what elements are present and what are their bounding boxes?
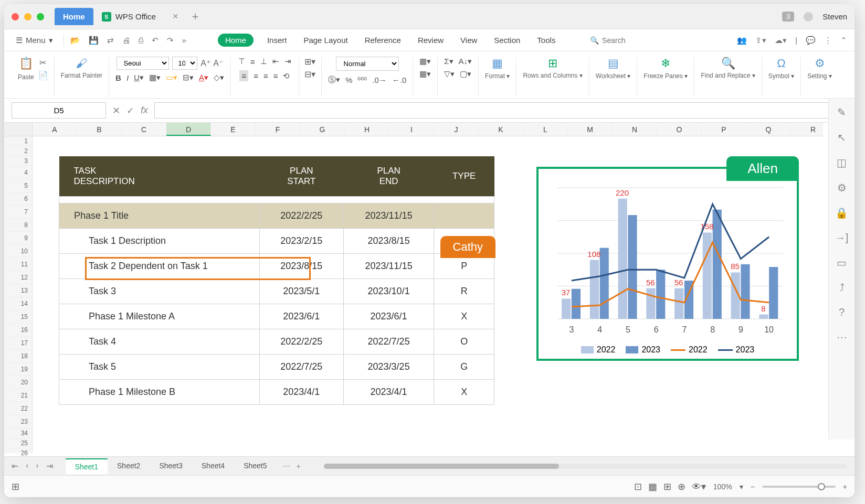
table-cell-start[interactable]: 2022/7/25	[259, 355, 343, 380]
table-cell-type[interactable]: R	[434, 279, 494, 304]
wrap-text-icon[interactable]: ⊟▾	[305, 69, 315, 79]
zoom-out-icon[interactable]: −	[751, 482, 755, 491]
currency-icon[interactable]: Ⓢ▾	[328, 75, 340, 85]
table-cell-end[interactable]: 2023/4/1	[343, 380, 434, 405]
sheet-tab-sheet2[interactable]: Sheet2	[108, 458, 150, 474]
column-header-K[interactable]: K	[479, 123, 523, 136]
table-cell-start[interactable]: 2023/2/15	[259, 229, 343, 254]
home-tab[interactable]: Home	[55, 8, 93, 25]
row-header-17[interactable]: 17	[4, 337, 32, 350]
search-box[interactable]: 🔍	[590, 36, 726, 45]
column-header-Q[interactable]: Q	[746, 123, 791, 136]
column-header-F[interactable]: F	[256, 123, 300, 136]
table-cell-desc[interactable]: Phase 1 Milestone B	[59, 380, 260, 405]
indent-decrease-icon[interactable]: ⇤	[272, 57, 279, 66]
more-icon[interactable]: »	[182, 36, 186, 45]
orientation-icon[interactable]: ⟲	[283, 71, 290, 81]
table-cell-type[interactable]	[434, 203, 494, 229]
column-header-A[interactable]: A	[33, 123, 77, 136]
search-input[interactable]	[602, 36, 726, 45]
table-cell-desc[interactable]: Task 2 Dependent on Task 1	[59, 254, 260, 279]
row-header-20[interactable]: 20	[4, 376, 32, 389]
next-sheet-icon[interactable]: ›	[36, 461, 38, 471]
row-header-18[interactable]: 18	[4, 350, 32, 363]
column-header-G[interactable]: G	[300, 123, 345, 136]
pointer-icon[interactable]: ↖	[837, 131, 846, 144]
horizontal-scrollbar[interactable]	[324, 464, 847, 469]
row-header-34[interactable]: 34	[4, 428, 32, 438]
table-cell-start[interactable]: 2022/2/25	[259, 329, 343, 355]
fill-color-icon[interactable]: ▭▾	[166, 73, 177, 82]
table-cell-type[interactable]: O	[434, 329, 494, 355]
table-row[interactable]: Task 32023/5/12023/10/1R	[59, 279, 494, 304]
symbol-icon[interactable]: Ω	[774, 57, 788, 70]
help-icon[interactable]: ?	[839, 306, 845, 318]
table-cell-start[interactable]: 2023/4/1	[259, 380, 343, 405]
export-icon[interactable]: ⇄	[107, 36, 114, 45]
cancel-formula-icon[interactable]: ✕	[112, 105, 120, 116]
table-cell-end[interactable]: 2023/11/15	[343, 203, 434, 229]
setting-icon[interactable]: ⚙	[813, 57, 827, 70]
italic-icon[interactable]: I	[126, 73, 129, 82]
function-icon[interactable]: fx	[141, 105, 148, 116]
row-header-10[interactable]: 10	[4, 245, 32, 258]
paste-icon[interactable]: 📋	[19, 57, 33, 70]
row-header-13[interactable]: 13	[4, 284, 32, 297]
collapse-ribbon-icon[interactable]: ⌃	[840, 36, 847, 45]
table-cell-end[interactable]: 2023/6/1	[343, 304, 434, 329]
column-header-O[interactable]: O	[657, 123, 702, 136]
ribbon-tab-tools[interactable]: Tools	[534, 34, 558, 47]
step-in-icon[interactable]: →]	[835, 232, 849, 244]
row-header-3[interactable]: 3	[4, 156, 32, 166]
document-tab[interactable]: S WPS Office ×	[93, 7, 187, 26]
ribbon-tab-reference[interactable]: Reference	[362, 34, 404, 47]
sheet-list-icon[interactable]: ⋯	[283, 462, 290, 470]
row-header-23[interactable]: 23	[4, 415, 32, 428]
more-dots-icon[interactable]: ⋯	[837, 331, 847, 344]
row-header-22[interactable]: 22	[4, 402, 32, 415]
print-preview-icon[interactable]: ⎙	[139, 36, 143, 45]
zoom-thumb[interactable]	[818, 483, 825, 490]
table-row[interactable]: Phase 1 Milestone B2023/4/12023/4/1X	[59, 380, 494, 405]
font-color-icon[interactable]: A▾	[199, 73, 208, 82]
row-header-19[interactable]: 19	[4, 363, 32, 376]
strikethrough-icon[interactable]: ⊟▾	[183, 73, 194, 82]
table-cell-desc[interactable]: Phase 1 Title	[59, 203, 260, 229]
column-header-E[interactable]: E	[211, 123, 256, 136]
share-link-icon[interactable]: ⤴	[839, 282, 845, 294]
add-tab-icon[interactable]: +	[192, 10, 198, 24]
align-middle-icon[interactable]: ≡	[250, 57, 255, 66]
table-row[interactable]: Task 42022/2/252022/7/25O	[59, 329, 494, 355]
ribbon-tab-view[interactable]: View	[457, 34, 480, 47]
zoom-slider[interactable]	[762, 486, 836, 488]
row-header-21[interactable]: 21	[4, 389, 32, 402]
table-cell-start[interactable]: 2022/2/25	[259, 203, 343, 229]
scrollbar-thumb[interactable]	[324, 464, 560, 469]
row-header-2[interactable]: 2	[4, 146, 32, 156]
selection-icon[interactable]: ◫	[837, 156, 847, 169]
close-tab-icon[interactable]: ×	[173, 11, 178, 22]
page-break-view-icon[interactable]: ⊞	[663, 481, 671, 492]
lock-icon[interactable]: 🔒	[835, 207, 848, 219]
row-header-16[interactable]: 16	[4, 324, 32, 337]
zoom-in-icon[interactable]: +	[843, 482, 847, 491]
table-row[interactable]: Task 1 Description2023/2/152023/8/15B	[59, 229, 494, 254]
merge-cells-icon[interactable]: ⊞▾	[305, 57, 315, 66]
underline-icon[interactable]: U▾	[134, 73, 144, 82]
redo-icon[interactable]: ↷	[167, 36, 174, 45]
sheet-tab-sheet1[interactable]: Sheet1	[66, 458, 108, 474]
formula-input[interactable]	[154, 102, 847, 119]
table-row[interactable]: Task 2 Dependent on Task 12023/8/152023/…	[59, 254, 494, 279]
table-cell-end[interactable]: 2023/8/15	[343, 229, 434, 254]
first-sheet-icon[interactable]: ⇤	[12, 461, 18, 471]
worksheet-icon[interactable]: ▤	[606, 57, 620, 70]
prev-sheet-icon[interactable]: ‹	[26, 461, 28, 471]
add-sheet-icon[interactable]: +	[297, 462, 301, 470]
maximize-window-icon[interactable]	[37, 13, 44, 20]
row-header-5[interactable]: 5	[4, 179, 32, 192]
ribbon-tab-page-layout[interactable]: Page Layout	[300, 34, 351, 47]
format-table-icon[interactable]: ▦▾	[419, 69, 431, 79]
record-macro-icon[interactable]: ⊞	[12, 481, 19, 492]
note-icon[interactable]: ▭	[837, 256, 847, 269]
decrease-decimal-icon[interactable]: ←.0	[392, 76, 407, 84]
